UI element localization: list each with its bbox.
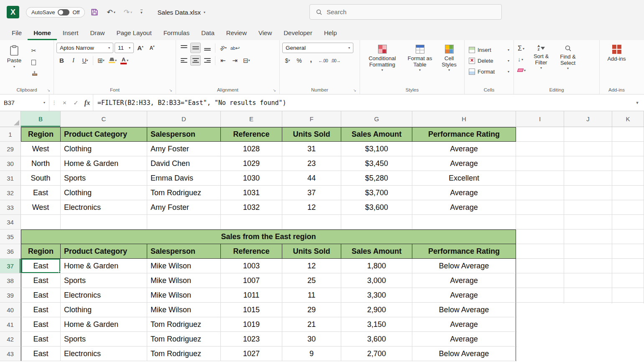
cell-H37[interactable]: Below Average	[412, 259, 516, 273]
cell-D39[interactable]: Mike Wilson	[147, 288, 221, 303]
cell-F41[interactable]: 21	[282, 317, 341, 332]
column-header-G[interactable]: G	[341, 111, 412, 127]
cell-B38[interactable]: East	[21, 273, 61, 288]
cell-B43[interactable]: East	[21, 347, 61, 361]
cell-G1[interactable]: Sales Amount	[341, 127, 412, 142]
sort-filter-button[interactable]: AZ Sort & Filter ▾	[529, 43, 554, 75]
cell-H32[interactable]: Average	[412, 186, 516, 200]
cell-I38[interactable]	[516, 273, 564, 288]
cell-J35[interactable]	[564, 229, 612, 244]
cell-H33[interactable]: Average	[412, 200, 516, 215]
tab-help[interactable]: Help	[318, 26, 343, 40]
row-header-43[interactable]: 43	[0, 347, 21, 361]
fill-color-button[interactable]: ▾	[107, 55, 118, 66]
cell-G42[interactable]: 3,600	[341, 332, 412, 347]
cell-H43[interactable]: Below Average	[412, 347, 516, 361]
cell-B34[interactable]	[21, 215, 61, 229]
cell-B32[interactable]: East	[21, 186, 61, 200]
align-right-button[interactable]	[202, 55, 212, 66]
cell-I32[interactable]	[516, 186, 564, 200]
cell-I29[interactable]	[516, 142, 564, 156]
formula-input[interactable]: =FILTER(B2:H33, B2:B33="East", "No resul…	[93, 94, 631, 111]
cell-H40[interactable]: Below Average	[412, 303, 516, 317]
decrease-font-size-button[interactable]: A▾	[147, 43, 157, 53]
tab-file[interactable]: File	[6, 26, 28, 40]
cell-E1[interactable]: Reference	[221, 127, 282, 142]
cell-C42[interactable]: Sports	[61, 332, 147, 347]
wrap-text-button[interactable]: ab↩	[230, 43, 240, 53]
align-middle-button[interactable]	[190, 43, 201, 53]
cell-H30[interactable]: Average	[412, 156, 516, 171]
increase-decimal-button[interactable]: ←.00	[317, 55, 329, 66]
cell-J37[interactable]	[564, 259, 612, 273]
cell-B31[interactable]: South	[21, 171, 61, 186]
row-header-36[interactable]: 36	[0, 244, 21, 259]
cell-G31[interactable]: $5,280	[341, 171, 412, 186]
cell-styles-button[interactable]: Cell Styles ▾	[438, 43, 460, 72]
cell-E39[interactable]: 1011	[221, 288, 282, 303]
row-header-38[interactable]: 38	[0, 273, 21, 288]
tab-view[interactable]: View	[253, 26, 278, 40]
number-dialog-launcher-icon[interactable]: ↘	[353, 88, 356, 92]
cell-C37[interactable]: Home & Garden	[61, 259, 147, 273]
cell-K30[interactable]	[612, 156, 644, 171]
cell-K31[interactable]	[612, 171, 644, 186]
cell-I35[interactable]	[516, 229, 564, 244]
cell-G41[interactable]: 3,150	[341, 317, 412, 332]
cell-F43[interactable]: 9	[282, 347, 341, 361]
font-size-select[interactable]: 11▾	[115, 43, 134, 53]
copy-button[interactable]	[28, 57, 39, 68]
cell-G29[interactable]: $3,100	[341, 142, 412, 156]
row-header-30[interactable]: 30	[0, 156, 21, 171]
tab-review[interactable]: Review	[220, 26, 253, 40]
align-top-button[interactable]	[179, 43, 189, 53]
cell-C40[interactable]: Clothing	[61, 303, 147, 317]
tab-page-layout[interactable]: Page Layout	[110, 26, 157, 40]
find-select-button[interactable]: Find & Select ▾	[555, 43, 580, 75]
formula-bar-drag-handle[interactable]: ⋮	[49, 94, 59, 111]
cell-B36[interactable]: Region	[21, 244, 61, 259]
cell-C38[interactable]: Sports	[61, 273, 147, 288]
cell-J39[interactable]	[564, 288, 612, 303]
cell-B40[interactable]: East	[21, 303, 61, 317]
cell-C31[interactable]: Sports	[61, 171, 147, 186]
cell-E31[interactable]: 1030	[221, 171, 282, 186]
row-header-33[interactable]: 33	[0, 200, 21, 215]
cell-D29[interactable]: Amy Foster	[147, 142, 221, 156]
cell-G34[interactable]	[341, 215, 412, 229]
select-all-corner[interactable]	[0, 111, 21, 127]
cell-B30[interactable]: North	[21, 156, 61, 171]
cell-K39[interactable]	[612, 288, 644, 303]
align-center-button[interactable]	[190, 55, 201, 66]
conditional-formatting-button[interactable]: Conditional Formatting ▾	[363, 43, 402, 72]
clear-button[interactable]: ▾	[516, 65, 527, 75]
cell-G39[interactable]: 3,300	[341, 288, 412, 303]
cell-E30[interactable]: 1029	[221, 156, 282, 171]
cell-B33[interactable]: West	[21, 200, 61, 215]
cell-G38[interactable]: 3,000	[341, 273, 412, 288]
column-header-K[interactable]: K	[612, 111, 644, 127]
row-header-39[interactable]: 39	[0, 288, 21, 303]
cell-F36[interactable]: Units Sold	[282, 244, 341, 259]
column-header-B[interactable]: B	[21, 111, 61, 127]
cell-J31[interactable]	[564, 171, 612, 186]
increase-font-size-button[interactable]: A▴	[135, 43, 146, 53]
cell-H31[interactable]: Excellent	[412, 171, 516, 186]
cell-E41[interactable]: 1019	[221, 317, 282, 332]
number-format-select[interactable]: General▾	[282, 43, 353, 53]
merge-center-button[interactable]: ⊟▾	[241, 55, 252, 66]
cell-I1[interactable]	[516, 127, 564, 142]
italic-button[interactable]: I	[68, 55, 79, 66]
cell-B41[interactable]: East	[21, 317, 61, 332]
format-as-table-button[interactable]: Format as Table ▾	[403, 43, 437, 72]
cell-I36[interactable]	[516, 244, 564, 259]
cell-G32[interactable]: $3,700	[341, 186, 412, 200]
borders-button[interactable]: ⊞▾	[96, 55, 106, 66]
cell-merged-35[interactable]: Sales from the East region	[21, 229, 516, 244]
align-bottom-button[interactable]	[202, 43, 212, 53]
orientation-button[interactable]: ab▾	[218, 43, 228, 53]
cell-C34[interactable]	[61, 215, 147, 229]
paste-button[interactable]: Paste ▾	[3, 43, 26, 77]
cell-C41[interactable]: Home & Garden	[61, 317, 147, 332]
cell-E37[interactable]: 1003	[221, 259, 282, 273]
